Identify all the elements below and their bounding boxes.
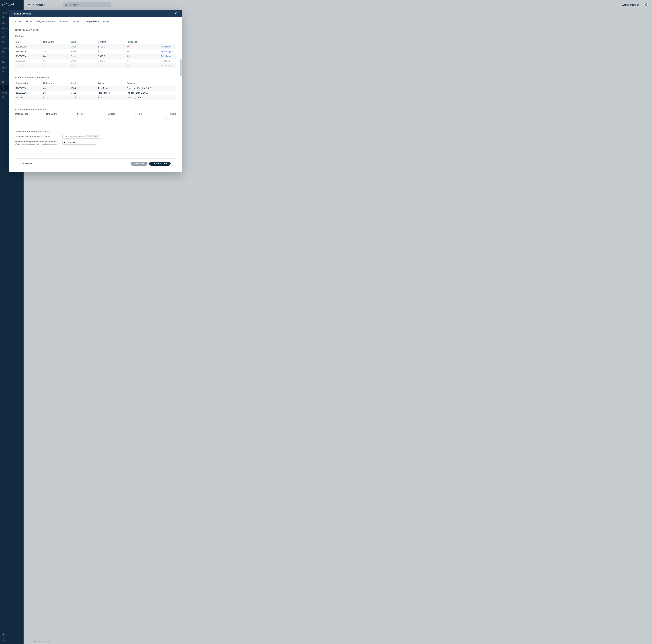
file-placeholder: Pas de fichier sélectionné <box>64 136 84 138</box>
svg-point-7 <box>4 58 4 58</box>
field-label-num: N° Facture <box>46 113 74 115</box>
field-input-date[interactable] <box>15 116 43 120</box>
invoices-table: Date N° Facture Statut Montant Restant d… <box>15 40 175 68</box>
modal-tabs: Contact Notes Catégories & intérêts Docu… <box>15 17 175 25</box>
topbar: Contact « Peinture » Administrateur <box>24 0 652 10</box>
choose-file-button[interactable]: Choisir un fichier <box>85 135 99 138</box>
cancel-button[interactable]: ANNULER <box>131 161 147 165</box>
cell-date: 18/03/2016 <box>15 91 43 95</box>
invoices-col-date: Date <box>15 40 43 45</box>
main-area: Contact « Peinture » Administrateur Edit… <box>24 0 652 644</box>
cell-num: 04 <box>43 95 70 100</box>
archive-select[interactable]: Fiche de dépôt <box>62 141 96 145</box>
cell-work: Sans titre, (Paris), 4, 2012 <box>126 86 175 91</box>
sidebar-item-file[interactable] <box>0 637 24 642</box>
invoices-col-num: N° Facture <box>43 40 70 45</box>
archive-icon <box>2 41 5 44</box>
works-table: Date d'achat N° Facture Stock Artiste Oe… <box>15 81 175 100</box>
tab-categories[interactable]: Catégories & intérêts <box>35 20 55 25</box>
user-menu[interactable]: Administrateur <box>622 3 648 7</box>
modal-title: Editer contact <box>14 12 31 15</box>
user-label: Administrateur <box>622 3 639 6</box>
document-icon <box>2 76 5 79</box>
download-link[interactable]: Télécharger <box>148 54 175 58</box>
cell-due: 0 € <box>126 49 148 54</box>
doc-assoc-label: Associer des documents au contact <box>15 135 62 138</box>
cell-date: 08/01/2014 <box>15 58 43 63</box>
cell-status: Emise <box>70 49 97 54</box>
eye-icon <box>2 16 5 19</box>
cell-stock: JT-04 <box>70 86 97 91</box>
scrollbar-thumb[interactable] <box>181 59 182 76</box>
tab-documents[interactable]: Documents <box>59 20 69 25</box>
table-row: 11/09/201404JC-01John CaleUlysse, 1, 201… <box>15 95 175 100</box>
tab-autres[interactable]: Autres <box>103 20 109 25</box>
avatar <box>644 3 648 7</box>
invoices-col-due: Restant dû <box>126 40 148 45</box>
cell-num: 43 <box>43 86 70 91</box>
svg-point-0 <box>3 17 4 18</box>
cell-date: 11/09/2014 <box>15 54 43 58</box>
invoices-title: Factures <box>15 35 175 37</box>
svg-point-13 <box>646 3 647 5</box>
field-label-notes: Notes <box>170 113 182 115</box>
page-title: Contact <box>33 3 45 7</box>
cell-date: 01/09/2013 <box>15 63 43 68</box>
svg-rect-4 <box>2 42 4 42</box>
download-link: Télécharger <box>148 58 175 63</box>
svg-point-6 <box>3 58 3 58</box>
download-link: Télécharger <box>148 63 175 68</box>
tablet-icon <box>2 86 5 89</box>
file-icon <box>2 638 5 641</box>
field-input-notes[interactable] <box>170 116 182 122</box>
cell-status: Emise <box>70 58 97 63</box>
cell-num: 04 <box>43 54 70 58</box>
doc-archive-label-text: Documents disponibles dans les archives <box>15 140 57 143</box>
delete-button[interactable]: SUPPRIMER <box>20 162 32 165</box>
help-icon <box>2 633 5 636</box>
works-col-stock: Stock <box>70 81 97 86</box>
cell-due: 0 € <box>126 45 148 49</box>
field-label-date: Date d'achat <box>15 113 43 115</box>
download-link[interactable]: Télécharger <box>148 45 175 49</box>
field-input-price[interactable] <box>139 116 167 120</box>
edit-contact-modal: Editer contact ✖ Contact Notes Catégorie… <box>9 10 182 172</box>
book-icon <box>2 81 5 84</box>
tab-contact[interactable]: Contact <box>15 20 23 25</box>
search-input[interactable]: « Peinture » <box>63 2 111 7</box>
tab-notes[interactable]: Notes <box>26 20 32 25</box>
cell-artist: John Talabot <box>97 86 126 91</box>
save-button[interactable]: ENREGISTRER <box>149 161 170 165</box>
cell-amount: 9 200 € <box>97 58 126 63</box>
scroll-top-button[interactable] <box>645 640 647 643</box>
cell-artist: John Cale <box>97 95 126 100</box>
cell-due: 0 € <box>126 58 148 63</box>
field-input-artist[interactable] <box>108 116 136 120</box>
sidebar-item-help[interactable] <box>0 632 24 637</box>
svg-point-12 <box>65 4 66 5</box>
tab-historique[interactable]: Historique d'achat <box>83 20 100 25</box>
table-row: 18/03/201619NF-02Nicia FlawersThe barten… <box>15 91 175 95</box>
brand-logo: A Anatole 1681 <box>0 0 24 10</box>
svg-rect-3 <box>2 36 4 38</box>
field-input-stock[interactable] <box>77 116 105 120</box>
works-col-artist: Artiste <box>97 81 126 86</box>
cell-date: 18/03/2016 <box>15 49 43 54</box>
doc-archive-label: Documents disponibles dans les archives … <box>15 140 62 145</box>
search-icon <box>65 4 67 6</box>
field-input-num[interactable] <box>46 116 74 120</box>
cell-status: Emise <box>70 45 97 49</box>
modal-close-button[interactable]: ✖ <box>174 11 177 15</box>
home-icon <box>2 21 5 24</box>
table-row: 18/03/201619Emise9 200 €0 €Télécharger <box>15 49 175 54</box>
svg-point-10 <box>3 97 4 98</box>
cell-amount: 5 600 € <box>97 45 126 49</box>
back-button[interactable] <box>27 3 30 7</box>
tab-offres[interactable]: Offres <box>73 20 79 25</box>
arrow-up-icon <box>645 640 647 642</box>
svg-point-1 <box>3 31 3 32</box>
works-col-work: Oeuvres <box>126 81 175 86</box>
cell-amount: 3 300 € <box>97 54 126 58</box>
file-picker[interactable]: Pas de fichier sélectionné Choisir un fi… <box>62 135 100 138</box>
download-link[interactable]: Télécharger <box>148 49 175 54</box>
